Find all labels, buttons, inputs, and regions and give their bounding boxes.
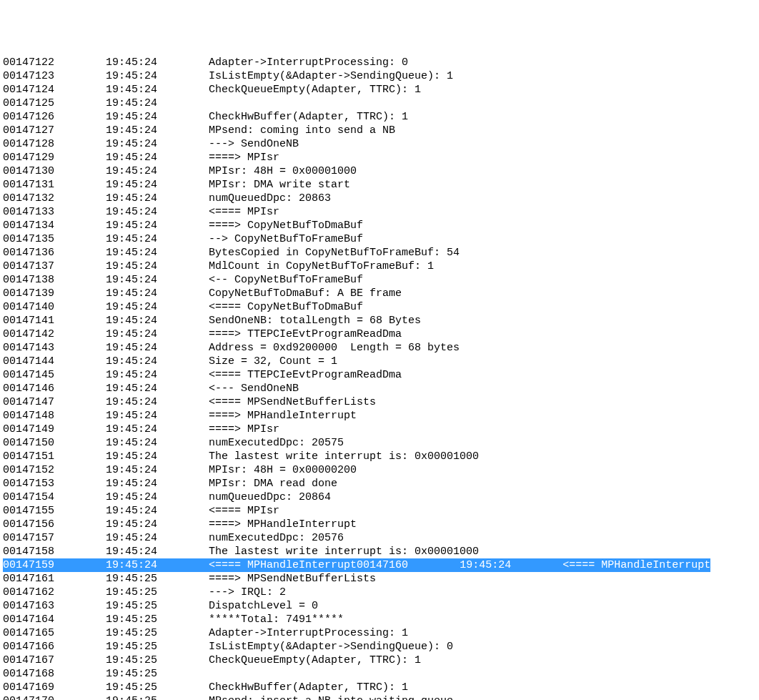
log-line[interactable]: 00147144 19:45:24 Size = 32, Count = 1 bbox=[3, 355, 756, 368]
log-line[interactable]: 00147143 19:45:24 Address = 0xd9200000 L… bbox=[3, 341, 756, 355]
log-line[interactable]: 00147128 19:45:24 ---> SendOneNB bbox=[3, 137, 756, 151]
log-line[interactable]: 00147153 19:45:24 MPIsr: DMA read done bbox=[3, 477, 756, 491]
log-time: 19:45:24 bbox=[106, 478, 209, 490]
log-line[interactable]: 00147164 19:45:25 *****Total: 7491***** bbox=[3, 613, 756, 626]
log-line[interactable]: 00147161 19:45:25 ====> MPSendNetBufferL… bbox=[3, 572, 756, 586]
log-line[interactable]: 00147133 19:45:24 <==== MPIsr bbox=[3, 205, 756, 219]
log-line[interactable]: 00147168 19:45:25 bbox=[3, 667, 756, 681]
log-line[interactable]: 00147138 19:45:24 <-- CopyNetBufToFrameB… bbox=[3, 273, 756, 287]
log-message: numQueuedDpc: 20864 bbox=[209, 491, 331, 503]
log-line[interactable]: 00147160 19:45:24 <==== MPHandleInterrup… bbox=[357, 558, 710, 572]
log-seq: 00147165 bbox=[3, 627, 106, 639]
log-line[interactable]: 00147157 19:45:24 numExecutedDpc: 20576 bbox=[3, 531, 756, 545]
log-line[interactable]: 00147152 19:45:24 MPIsr: 48H = 0x0000020… bbox=[3, 463, 756, 477]
log-line[interactable]: 00147170 19:45:25 MPsend: insert a NB in… bbox=[3, 694, 756, 700]
log-line[interactable]: 00147159 19:45:24 <==== MPHandleInterrup… bbox=[3, 558, 357, 572]
log-line[interactable]: 00147136 19:45:24 BytesCopied in CopyNet… bbox=[3, 246, 756, 260]
log-time: 19:45:25 bbox=[106, 654, 209, 666]
log-line[interactable]: 00147131 19:45:24 MPIsr: DMA write start bbox=[3, 178, 756, 192]
log-seq: 00147133 bbox=[3, 206, 106, 218]
log-time: 19:45:24 bbox=[106, 260, 209, 272]
log-seq: 00147160 bbox=[357, 559, 460, 571]
log-line[interactable]: 00147163 19:45:25 DispatchLevel = 0 bbox=[3, 599, 756, 613]
log-seq: 00147153 bbox=[3, 478, 106, 490]
log-line[interactable]: 00147150 19:45:24 numExecutedDpc: 20575 bbox=[3, 436, 756, 450]
log-viewer[interactable]: 00147122 19:45:24 Adapter->InterruptProc… bbox=[0, 54, 759, 700]
log-message: numExecutedDpc: 20575 bbox=[209, 437, 344, 449]
log-line[interactable]: 00147139 19:45:24 CopyNetBufToDmaBuf: A … bbox=[3, 287, 756, 300]
log-seq: 00147140 bbox=[3, 301, 106, 313]
log-seq: 00147137 bbox=[3, 260, 106, 272]
log-message: IsListEmpty(&Adapter->SendingQueue): 0 bbox=[209, 641, 453, 653]
log-message: ====> MPSendNetBufferLists bbox=[209, 573, 376, 585]
log-message: numExecutedDpc: 20576 bbox=[209, 532, 344, 544]
log-line[interactable]: 00147155 19:45:24 <==== MPIsr bbox=[3, 504, 756, 518]
log-seq: 00147157 bbox=[3, 532, 106, 544]
log-line[interactable]: 00147129 19:45:24 ====> MPIsr bbox=[3, 151, 756, 164]
log-line[interactable]: 00147151 19:45:24 The lastest write inte… bbox=[3, 450, 756, 463]
log-line[interactable]: 00147134 19:45:24 ====> CopyNetBufToDmaB… bbox=[3, 219, 756, 232]
log-message: <==== MPHandleInterrupt bbox=[562, 559, 710, 571]
log-message: ====> MPIsr bbox=[209, 423, 279, 435]
log-line[interactable]: 00147156 19:45:24 ====> MPHandleInterrup… bbox=[3, 518, 756, 531]
log-message: <-- CopyNetBufToFrameBuf bbox=[209, 274, 363, 286]
log-line[interactable]: 00147169 19:45:25 CheckHwBuffer(Adapter,… bbox=[3, 681, 756, 694]
log-message: numQueuedDpc: 20863 bbox=[209, 192, 331, 204]
log-seq: 00147122 bbox=[3, 56, 106, 69]
log-message: ====> MPHandleInterrupt bbox=[209, 518, 357, 531]
log-time: 19:45:25 bbox=[106, 586, 209, 598]
log-time: 19:45:24 bbox=[106, 369, 209, 381]
log-message: ---> IRQL: 2 bbox=[209, 586, 286, 598]
log-line[interactable]: 00147137 19:45:24 MdlCount in CopyNetBuf… bbox=[3, 260, 756, 273]
log-message: Address = 0xd9200000 Length = 68 bytes bbox=[209, 342, 460, 354]
log-message: <==== MPHandleInterrupt bbox=[209, 559, 357, 571]
log-time: 19:45:24 bbox=[106, 56, 209, 69]
log-time: 19:45:25 bbox=[106, 695, 209, 700]
log-line[interactable]: 00147125 19:45:24 bbox=[3, 97, 756, 110]
log-line[interactable]: 00147124 19:45:24 CheckQueueEmpty(Adapte… bbox=[3, 83, 756, 97]
log-time: 19:45:24 bbox=[106, 315, 209, 327]
log-time: 19:45:24 bbox=[106, 559, 209, 571]
log-line[interactable]: 00147147 19:45:24 <==== MPSendNetBufferL… bbox=[3, 395, 756, 409]
log-message: <==== MPSendNetBufferLists bbox=[209, 396, 376, 408]
log-line[interactable]: 00147158 19:45:24 The lastest write inte… bbox=[3, 545, 756, 558]
log-line[interactable]: 00147146 19:45:24 <--- SendOneNB bbox=[3, 382, 756, 395]
log-line[interactable]: 00147154 19:45:24 numQueuedDpc: 20864 bbox=[3, 491, 756, 504]
log-time: 19:45:24 bbox=[106, 505, 209, 517]
log-time: 19:45:24 bbox=[106, 518, 209, 531]
log-seq: 00147131 bbox=[3, 179, 106, 191]
log-time: 19:45:24 bbox=[106, 138, 209, 150]
log-message: CheckQueueEmpty(Adapter, TTRC): 1 bbox=[209, 84, 421, 96]
log-line[interactable]: 00147122 19:45:24 Adapter->InterruptProc… bbox=[3, 56, 756, 69]
log-line[interactable]: 00147130 19:45:24 MPIsr: 48H = 0x0000100… bbox=[3, 164, 756, 178]
log-message: SendOneNB: totalLength = 68 Bytes bbox=[209, 315, 421, 327]
log-line[interactable]: 00147135 19:45:24 --> CopyNetBufToFrameB… bbox=[3, 232, 756, 246]
log-message: CheckHwBuffer(Adapter, TTRC): 1 bbox=[209, 681, 408, 694]
log-message: ====> TTEPCIeEvtProgramReadDma bbox=[209, 328, 402, 340]
log-time: 19:45:24 bbox=[106, 396, 209, 408]
log-seq: 00147136 bbox=[3, 247, 106, 259]
log-line[interactable]: 00147140 19:45:24 <==== CopyNetBufToDmaB… bbox=[3, 300, 756, 314]
log-seq: 00147158 bbox=[3, 546, 106, 558]
log-line[interactable]: 00147162 19:45:25 ---> IRQL: 2 bbox=[3, 586, 756, 599]
log-line[interactable]: 00147142 19:45:24 ====> TTEPCIeEvtProgra… bbox=[3, 327, 756, 341]
log-seq: 00147142 bbox=[3, 328, 106, 340]
log-message: Size = 32, Count = 1 bbox=[209, 355, 337, 368]
log-line[interactable]: 00147127 19:45:24 MPsend: coming into se… bbox=[3, 124, 756, 137]
log-line[interactable]: 00147141 19:45:24 SendOneNB: totalLength… bbox=[3, 314, 756, 327]
log-line[interactable]: 00147132 19:45:24 numQueuedDpc: 20863 bbox=[3, 192, 756, 205]
log-message: IsListEmpty(&Adapter->SendingQueue): 1 bbox=[209, 70, 453, 82]
log-seq: 00147149 bbox=[3, 423, 106, 435]
log-line[interactable]: 00147145 19:45:24 <==== TTEPCIeEvtProgra… bbox=[3, 368, 756, 382]
log-seq: 00147129 bbox=[3, 152, 106, 164]
log-line[interactable]: 00147167 19:45:25 CheckQueueEmpty(Adapte… bbox=[3, 654, 756, 667]
log-time: 19:45:24 bbox=[106, 437, 209, 449]
log-time: 19:45:24 bbox=[106, 491, 209, 503]
log-line[interactable]: 00147149 19:45:24 ====> MPIsr bbox=[3, 423, 756, 436]
log-seq: 00147164 bbox=[3, 613, 106, 626]
log-line[interactable]: 00147123 19:45:24 IsListEmpty(&Adapter->… bbox=[3, 69, 756, 83]
log-line[interactable]: 00147126 19:45:24 CheckHwBuffer(Adapter,… bbox=[3, 110, 756, 124]
log-line[interactable]: 00147165 19:45:25 Adapter->InterruptProc… bbox=[3, 626, 756, 640]
log-line[interactable]: 00147166 19:45:25 IsListEmpty(&Adapter->… bbox=[3, 640, 756, 654]
log-line[interactable]: 00147148 19:45:24 ====> MPHandleInterrup… bbox=[3, 409, 756, 423]
